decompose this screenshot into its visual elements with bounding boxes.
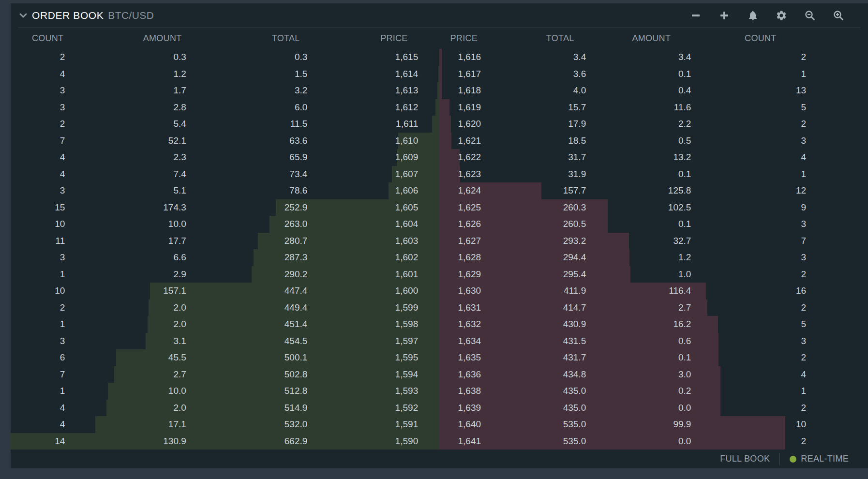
bid-row[interactable]: 110.0512.81,593	[11, 383, 439, 400]
count-cell: 3	[11, 85, 65, 96]
zoom-in-icon[interactable]	[832, 9, 845, 22]
count-cell: 3	[11, 185, 65, 196]
ask-row[interactable]: 1,635431.70.12	[439, 349, 868, 366]
ask-row[interactable]: 1,629295.41.02	[439, 266, 868, 283]
price-cell: 1,601	[307, 269, 418, 280]
ask-row[interactable]: 1,6163.43.42	[439, 49, 868, 66]
total-cell: 3.6	[481, 69, 586, 79]
widget-header: ORDER BOOK BTC/USD	[11, 3, 868, 28]
bid-row[interactable]: 25.411.51,611	[11, 116, 439, 133]
bid-row[interactable]: 42.0514.91,592	[11, 400, 439, 417]
ask-row[interactable]: 1,638435.00.21	[439, 383, 868, 400]
chevron-down-icon[interactable]	[18, 11, 28, 20]
price-cell: 1,591	[307, 419, 418, 430]
total-cell: 414.7	[481, 302, 586, 313]
bid-row[interactable]: 417.1532.01,591	[11, 416, 439, 433]
ask-row[interactable]: 1,639435.00.02	[439, 400, 868, 417]
ask-row[interactable]: 1,6184.00.413	[439, 82, 868, 99]
ask-row[interactable]: 1,6173.60.11	[439, 66, 868, 83]
price-cell: 1,632	[439, 319, 481, 329]
ask-row[interactable]: 1,62231.713.24	[439, 149, 868, 166]
ask-row[interactable]: 1,640535.099.910	[439, 416, 868, 433]
ask-row[interactable]: 1,630411.9116.416	[439, 283, 868, 299]
total-cell: 157.7	[481, 185, 586, 196]
count-cell: 1	[11, 386, 65, 396]
bid-row[interactable]: 47.473.41,607	[11, 166, 439, 183]
minus-icon[interactable]	[689, 9, 702, 22]
bid-row[interactable]: 32.86.01,612	[11, 99, 439, 116]
bid-row[interactable]: 15174.3252.91,605	[11, 199, 439, 216]
widget-toolbar	[689, 9, 860, 22]
amount-cell: 102.5	[586, 202, 691, 213]
total-cell: 435.0	[481, 386, 586, 396]
bid-row[interactable]: 41.21.51,614	[11, 66, 439, 83]
ask-row[interactable]: 1,626260.50.13	[439, 216, 868, 233]
ask-row[interactable]: 1,628294.41.23	[439, 249, 868, 266]
bid-row[interactable]: 22.0449.41,599	[11, 299, 439, 316]
zoom-out-icon[interactable]	[804, 9, 816, 22]
amount-cell: 157.1	[65, 285, 186, 296]
amount-cell: 3.4	[586, 52, 691, 62]
bid-row[interactable]: 752.163.61,610	[11, 133, 439, 150]
ask-row[interactable]: 1,62118.50.53	[439, 133, 868, 150]
ask-row[interactable]: 1,625260.3102.59	[439, 199, 868, 216]
bid-row[interactable]: 36.6287.31,602	[11, 249, 439, 266]
total-cell: 535.0	[481, 419, 586, 430]
amount-cell: 11.6	[586, 102, 691, 113]
ask-row[interactable]: 1,62017.92.22	[439, 116, 868, 133]
count-cell: 3	[691, 252, 806, 263]
bid-row[interactable]: 12.0451.41,598	[11, 316, 439, 333]
total-cell: 4.0	[481, 85, 586, 96]
bid-row[interactable]: 645.5500.11,595	[11, 349, 439, 366]
total-cell: 73.4	[186, 169, 308, 180]
plus-icon[interactable]	[718, 9, 731, 22]
count-cell: 16	[691, 285, 806, 296]
bid-row[interactable]: 35.178.61,606	[11, 182, 439, 199]
ask-row[interactable]: 1,632430.916.25	[439, 316, 868, 333]
bid-row[interactable]: 10157.1447.41,600	[11, 283, 439, 299]
bid-row[interactable]: 1010.0263.01,604	[11, 216, 439, 233]
bid-row[interactable]: 31.73.21,613	[11, 82, 439, 99]
ask-row[interactable]: 1,631414.72.72	[439, 299, 868, 316]
realtime-toggle[interactable]: REAL-TIME	[790, 454, 849, 464]
bid-row[interactable]: 14130.9662.91,590	[11, 433, 439, 450]
ask-row[interactable]: 1,627293.232.77	[439, 233, 868, 250]
amount-cell: 0.2	[586, 386, 691, 396]
price-cell: 1,638	[439, 386, 481, 396]
col-header-count: COUNT	[671, 33, 776, 44]
total-cell: 293.2	[481, 236, 586, 246]
bell-icon[interactable]	[747, 9, 759, 22]
order-book-table: 20.30.31,61541.21.51,61431.73.21,61332.8…	[11, 49, 868, 449]
bid-row[interactable]: 42.365.91,609	[11, 149, 439, 166]
total-cell: 63.6	[186, 135, 308, 146]
amount-cell: 0.1	[586, 69, 691, 79]
price-cell: 1,607	[307, 169, 418, 180]
bid-row[interactable]: 72.7502.81,594	[11, 366, 439, 383]
bid-row[interactable]: 12.9290.21,601	[11, 266, 439, 283]
footer-divider	[779, 453, 780, 465]
amount-cell: 1.2	[65, 69, 186, 79]
total-cell: 514.9	[186, 403, 308, 413]
amount-cell: 16.2	[586, 319, 691, 329]
bid-depth-bar	[435, 99, 439, 116]
bid-column-headers: COUNT AMOUNT TOTAL PRICE	[11, 33, 439, 44]
price-cell: 1,609	[307, 152, 418, 163]
total-cell: 15.7	[481, 102, 586, 113]
bid-row[interactable]: 20.30.31,615	[11, 49, 439, 66]
count-cell: 3	[691, 336, 806, 346]
ask-row[interactable]: 1,634431.50.63	[439, 333, 868, 350]
bid-row[interactable]: 33.1454.51,597	[11, 333, 439, 350]
ask-row[interactable]: 1,624157.7125.812	[439, 182, 868, 199]
total-cell: 6.0	[186, 102, 308, 113]
count-cell: 2	[11, 52, 65, 62]
total-cell: 290.2	[186, 269, 308, 280]
ask-row[interactable]: 1,62331.90.11	[439, 166, 868, 183]
price-cell: 1,590	[307, 436, 418, 447]
price-cell: 1,611	[307, 119, 418, 129]
ask-row[interactable]: 1,636434.83.04	[439, 366, 868, 383]
gear-icon[interactable]	[775, 9, 788, 22]
ask-row[interactable]: 1,641535.00.02	[439, 433, 868, 450]
bid-row[interactable]: 1117.7280.71,603	[11, 233, 439, 250]
ask-row[interactable]: 1,61915.711.65	[439, 99, 868, 116]
full-book-button[interactable]: FULL BOOK	[720, 454, 770, 464]
